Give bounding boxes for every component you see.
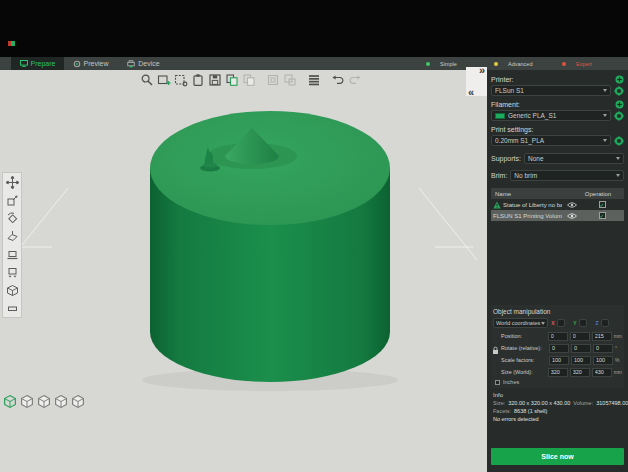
uniform-scale-lock-icon[interactable] bbox=[492, 346, 499, 356]
view-right-icon[interactable] bbox=[70, 392, 86, 410]
size-x-input[interactable] bbox=[548, 368, 568, 377]
print-settings-label: Print settings: bbox=[491, 126, 533, 133]
size-z-input[interactable] bbox=[592, 368, 612, 377]
mode-advanced[interactable]: Advanced bbox=[494, 61, 556, 67]
mirror-tool-icon[interactable] bbox=[3, 263, 21, 281]
print-settings-select[interactable]: 0.20mm S1_PLA bbox=[491, 135, 611, 146]
copy-icon[interactable] bbox=[224, 73, 239, 88]
mode-expert[interactable]: Expert bbox=[562, 61, 624, 67]
mode-switcher: Simple Advanced Expert bbox=[426, 57, 624, 70]
tab-device[interactable]: Device bbox=[117, 57, 170, 70]
save-icon[interactable] bbox=[207, 73, 222, 88]
position-z-input[interactable] bbox=[592, 332, 612, 341]
print-enable-checkbox[interactable]: ✓ bbox=[599, 201, 606, 208]
axis-z[interactable]: Z bbox=[592, 319, 612, 327]
preview-icon bbox=[73, 60, 81, 68]
coordinate-system-select[interactable]: World coordinates bbox=[493, 318, 548, 328]
redo-icon[interactable] bbox=[347, 73, 362, 88]
info-title: Info bbox=[493, 392, 622, 398]
zoom-icon[interactable] bbox=[139, 73, 154, 88]
inches-checkbox[interactable] bbox=[495, 380, 500, 385]
object-row-printing-volume[interactable]: FLSUN S1 Printing Volume.stl ✓ bbox=[491, 210, 624, 221]
brim-select[interactable]: No brim bbox=[510, 170, 624, 181]
column-name: Name bbox=[495, 191, 576, 197]
axis-z-button[interactable] bbox=[601, 319, 609, 327]
filament-value: Generic PLA_S1 bbox=[508, 112, 556, 119]
filament-select[interactable]: Generic PLA_S1 bbox=[491, 110, 611, 121]
filament-settings-gear-icon[interactable] bbox=[614, 111, 624, 121]
view-iso-icon[interactable] bbox=[2, 392, 18, 410]
print-settings-gear-icon[interactable] bbox=[614, 136, 624, 146]
view-front-icon[interactable] bbox=[19, 392, 35, 410]
printer-settings-gear-icon[interactable] bbox=[614, 86, 624, 96]
view-top-icon[interactable] bbox=[36, 392, 52, 410]
rotate-unit: ° bbox=[615, 345, 617, 351]
tab-preview[interactable]: Preview bbox=[64, 57, 117, 70]
axis-headers: X Y Z bbox=[548, 319, 612, 327]
rotate-x-input[interactable] bbox=[549, 344, 569, 353]
scene-3d bbox=[0, 70, 487, 472]
axis-x[interactable]: X bbox=[548, 319, 568, 327]
position-y-input[interactable] bbox=[570, 332, 590, 341]
viewport-3d[interactable]: » « bbox=[0, 70, 487, 472]
ungroup-icon[interactable] bbox=[282, 73, 297, 88]
axis-y-button[interactable] bbox=[579, 319, 587, 327]
add-printer-icon[interactable] bbox=[615, 75, 624, 84]
column-operation: Operation bbox=[576, 191, 620, 197]
cut-tool-icon[interactable] bbox=[3, 245, 21, 263]
rotate-row: Rotate (relative): ° bbox=[493, 343, 622, 353]
model-printing-volume[interactable] bbox=[150, 111, 390, 382]
object-row-statue[interactable]: Statue of Liberty no base.stl ✓ bbox=[491, 199, 624, 210]
printer-select[interactable]: FLSun S1 bbox=[491, 85, 611, 96]
tab-prepare[interactable]: Prepare bbox=[11, 57, 64, 70]
print-enable-checkbox[interactable]: ✓ bbox=[599, 212, 606, 219]
layer-height-icon[interactable] bbox=[306, 73, 321, 88]
duplicate-icon[interactable] bbox=[241, 73, 256, 88]
seam-tool-icon[interactable] bbox=[3, 299, 21, 317]
scale-x-input[interactable] bbox=[549, 356, 569, 365]
rotate-tool-icon[interactable] bbox=[3, 209, 21, 227]
visibility-eye-icon[interactable] bbox=[564, 213, 580, 219]
titlebar bbox=[0, 0, 628, 57]
size-unit: mm bbox=[614, 369, 622, 375]
panel-collapse-toggle[interactable]: » « bbox=[466, 67, 487, 96]
supports-select[interactable]: None bbox=[524, 153, 624, 164]
move-tool-icon[interactable] bbox=[3, 173, 21, 191]
object-name: Statue of Liberty no base.stl bbox=[503, 202, 562, 208]
chevron-right-icon: » bbox=[479, 64, 485, 76]
object-settings-tool-icon[interactable] bbox=[3, 281, 21, 299]
position-x-input[interactable] bbox=[548, 332, 568, 341]
group-icon[interactable] bbox=[265, 73, 280, 88]
axis-x-button[interactable] bbox=[557, 319, 565, 327]
rotate-z-input[interactable] bbox=[593, 344, 613, 353]
record-indicator-green-icon bbox=[11, 41, 15, 46]
simple-dot-icon bbox=[426, 62, 430, 66]
inches-toggle[interactable]: Inches bbox=[493, 379, 622, 385]
undo-icon[interactable] bbox=[330, 73, 345, 88]
visibility-eye-icon[interactable] bbox=[564, 202, 580, 208]
view-presets bbox=[2, 392, 86, 410]
chevron-down-icon bbox=[616, 157, 620, 160]
rotate-y-input[interactable] bbox=[571, 344, 591, 353]
add-filament-icon[interactable] bbox=[615, 100, 624, 109]
size-y-input[interactable] bbox=[570, 368, 590, 377]
rotate-label: Rotate (relative): bbox=[493, 345, 549, 351]
paste-icon[interactable] bbox=[190, 73, 205, 88]
printer-value: FLSun S1 bbox=[495, 87, 524, 94]
chevron-down-icon bbox=[541, 322, 545, 325]
scale-unit: % bbox=[615, 357, 619, 363]
scale-z-input[interactable] bbox=[593, 356, 613, 365]
device-icon bbox=[127, 60, 135, 68]
filament-color-swatch bbox=[495, 113, 505, 119]
slice-now-button[interactable]: Slice now bbox=[491, 448, 624, 465]
axis-y[interactable]: Y bbox=[570, 319, 590, 327]
view-left-icon[interactable] bbox=[53, 392, 69, 410]
chevron-down-icon bbox=[603, 139, 607, 142]
scale-y-input[interactable] bbox=[571, 356, 591, 365]
place-on-face-tool-icon[interactable] bbox=[3, 227, 21, 245]
chevron-left-icon: « bbox=[468, 86, 474, 98]
scale-tool-icon[interactable] bbox=[3, 191, 21, 209]
delete-all-icon[interactable] bbox=[173, 73, 188, 88]
add-object-icon[interactable] bbox=[156, 73, 171, 88]
mode-advanced-label: Advanced bbox=[500, 61, 556, 67]
